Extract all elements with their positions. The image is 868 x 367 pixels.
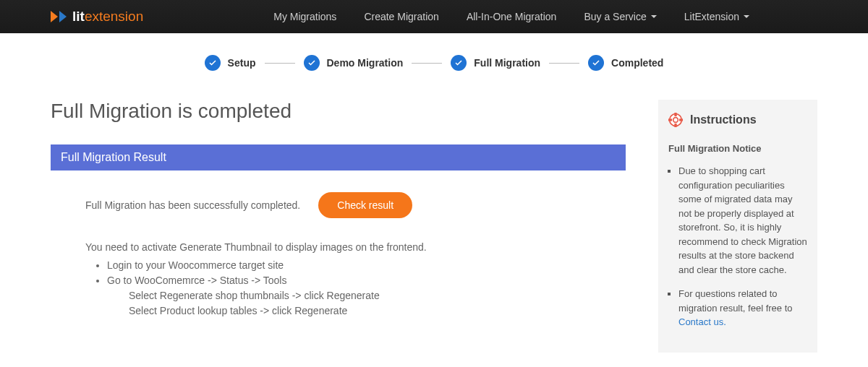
logo[interactable]: litextension xyxy=(51,9,143,25)
step-divider xyxy=(412,63,442,64)
svg-rect-7 xyxy=(679,118,683,121)
lifebuoy-icon xyxy=(668,113,683,127)
step-divider xyxy=(549,63,579,64)
result-panel-header: Full Migration Result xyxy=(51,144,626,170)
logo-text: litextension xyxy=(72,9,143,25)
sidebar-note: Due to shopping cart configuration pecul… xyxy=(678,164,807,277)
instruction-subitem: Select Product lookup tables -> click Re… xyxy=(129,303,626,319)
sidebar-note: For questions related to migration resul… xyxy=(678,287,807,329)
instruction-item: Login to your Woocommerce target site xyxy=(107,258,626,273)
nav-create-migration[interactable]: Create Migration xyxy=(364,11,439,22)
svg-marker-0 xyxy=(51,11,58,22)
check-icon xyxy=(205,55,221,71)
instructions-sidebar: Instructions Full Migration Notice Due t… xyxy=(658,100,817,353)
nav-my-migrations[interactable]: My Migrations xyxy=(273,11,336,22)
activate-note: You need to activate Generate Thumbnail … xyxy=(85,240,626,255)
step-demo: Demo Migration xyxy=(304,55,404,71)
check-icon xyxy=(304,55,320,71)
sidebar-heading: Instructions xyxy=(690,113,757,126)
chevron-down-icon xyxy=(651,15,657,18)
step-completed: Completed xyxy=(588,55,663,71)
main-nav: My Migrations Create Migration All-In-On… xyxy=(273,11,749,22)
top-navbar: litextension My Migrations Create Migrat… xyxy=(0,0,868,33)
svg-point-3 xyxy=(673,118,678,123)
nav-litextension[interactable]: LitExtension xyxy=(684,11,749,22)
instruction-item: Go to WooComemrce -> Status -> Tools xyxy=(107,273,626,288)
check-icon xyxy=(451,55,467,71)
nav-all-in-one[interactable]: All-In-One Migration xyxy=(467,11,557,22)
nav-buy-service[interactable]: Buy a Service xyxy=(584,11,656,22)
svg-marker-1 xyxy=(59,11,67,22)
instruction-subitem: Select Regenerate shop thumbnails -> cli… xyxy=(129,288,626,303)
svg-rect-5 xyxy=(674,124,676,127)
page-title: Full Migration is completed xyxy=(51,100,626,123)
check-icon xyxy=(588,55,604,71)
svg-rect-6 xyxy=(668,118,672,121)
step-full: Full Migration xyxy=(451,55,540,71)
progress-steps: Setup Demo Migration Full Migration Comp… xyxy=(51,55,817,71)
svg-rect-4 xyxy=(674,113,676,116)
check-result-button[interactable]: Check result xyxy=(318,192,412,218)
contact-us-link[interactable]: Contact us. xyxy=(678,316,726,327)
step-divider xyxy=(265,63,295,64)
frontend-instructions: You need to activate Generate Thumbnail … xyxy=(51,240,626,319)
step-setup: Setup xyxy=(205,55,256,71)
sidebar-subheading: Full Migration Notice xyxy=(668,143,807,154)
chevron-down-icon xyxy=(744,15,749,18)
success-message: Full Migration has been successfully com… xyxy=(85,199,300,211)
logo-icon xyxy=(51,9,68,24)
